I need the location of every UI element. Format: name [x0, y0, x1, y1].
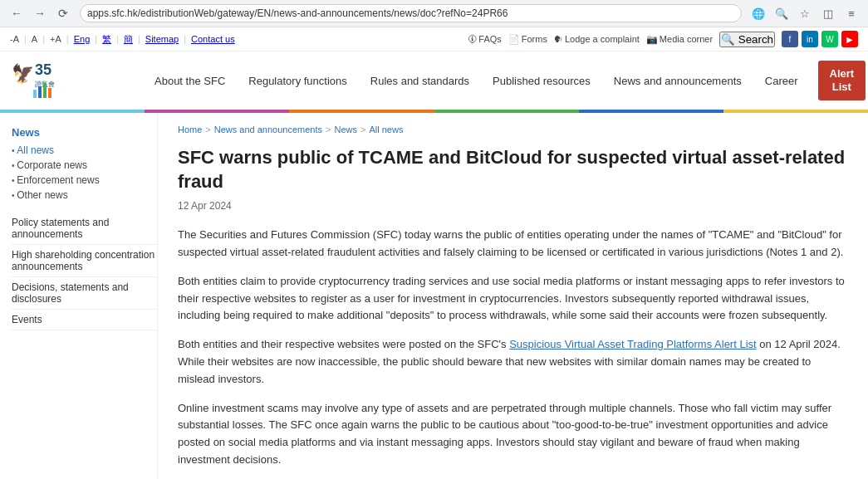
sfc-logo[interactable]: 🦅 35 證監會 [10, 56, 93, 105]
url-bar[interactable] [80, 4, 742, 22]
sidebar: News All news Corporate news Enforcement… [0, 113, 158, 479]
svg-rect-5 [43, 83, 47, 98]
article-body: The Securities and Futures Commission (S… [178, 227, 848, 479]
extensions-icon[interactable]: ◫ [818, 3, 838, 23]
article-title: SFC warns public of TCAME and BitCloud f… [178, 146, 848, 193]
media-corner-link[interactable]: 📷 Media corner [646, 34, 713, 45]
forms-icon: 📄 [508, 34, 520, 45]
browser-nav-buttons: ← → ⟳ [7, 3, 73, 23]
linkedin-icon[interactable]: in [802, 31, 818, 47]
complaint-icon: 🗣 [554, 34, 563, 44]
font-language-controls: -A | A | +A | Eng | 繁 | 簡 | Sitemap | Co… [10, 33, 235, 46]
zoom-icon[interactable]: 🔍 [772, 3, 792, 23]
main-navigation: About the SFC Regulatory functions Rules… [126, 65, 810, 97]
search-button[interactable]: 🔍 Search [719, 32, 775, 47]
lang-simplified[interactable]: 簡 [124, 33, 133, 46]
font-decrease[interactable]: -A [10, 34, 19, 44]
article-paragraph-1: The Securities and Futures Commission (S… [178, 227, 848, 261]
sidebar-item-corporate-news[interactable]: Corporate news [12, 159, 157, 171]
breadcrumb-news-announcements[interactable]: News and announcements [214, 125, 322, 134]
lodge-complaint-link[interactable]: 🗣 Lodge a complaint [554, 34, 640, 44]
breadcrumb-news[interactable]: News [334, 125, 357, 134]
lang-eng[interactable]: Eng [74, 34, 91, 44]
nav-regulatory[interactable]: Regulatory functions [237, 65, 359, 97]
page-layout: News All news Corporate news Enforcement… [0, 113, 868, 479]
facebook-icon[interactable]: f [782, 31, 798, 47]
sidebar-item-enforcement-news[interactable]: Enforcement news [12, 174, 157, 186]
lang-traditional[interactable]: 繁 [102, 33, 111, 46]
address-bar: ← → ⟳ 🌐 🔍 ☆ ◫ ≡ [0, 0, 868, 27]
translate-icon[interactable]: 🌐 [748, 3, 768, 23]
nav-news[interactable]: News and announcements [602, 65, 753, 97]
main-content: Home > News and announcements > News > A… [158, 113, 868, 479]
sidebar-shareholding-link[interactable]: High shareholding concentration announce… [12, 245, 157, 277]
svg-rect-6 [48, 88, 51, 98]
alert-list-button[interactable]: AlertList [818, 61, 866, 100]
nav-career[interactable]: Career [753, 65, 810, 97]
nav-rules[interactable]: Rules and standards [359, 65, 481, 97]
bookmark-icon[interactable]: ☆ [795, 3, 815, 23]
alert-list-link[interactable]: Suspicious Virtual Asset Trading Platfor… [509, 338, 756, 350]
logo-area: 🦅 35 證監會 [10, 56, 126, 105]
nav-about[interactable]: About the SFC [143, 65, 237, 97]
sidebar-news-links: All news Corporate news Enforcement news… [12, 144, 157, 201]
site-header: 🦅 35 證監會 About the SFC Regulatory functi… [0, 51, 868, 110]
social-icons: f in W ▶ [782, 31, 858, 47]
article-date: 12 Apr 2024 [178, 200, 848, 212]
nav-published[interactable]: Published resources [481, 65, 602, 97]
search-icon: 🔍 [721, 33, 735, 46]
top-utility-bar: -A | A | +A | Eng | 繁 | 簡 | Sitemap | Co… [0, 27, 868, 51]
youtube-icon[interactable]: ▶ [841, 31, 858, 47]
svg-rect-4 [38, 86, 42, 98]
back-button[interactable]: ← [7, 3, 27, 23]
font-normal[interactable]: A [32, 34, 37, 44]
reload-button[interactable]: ⟳ [53, 3, 73, 23]
top-right-links: 🛈 FAQs 📄 Forms 🗣 Lodge a complaint 📷 Med… [468, 31, 858, 47]
breadcrumb-all-news[interactable]: All news [369, 125, 403, 134]
wechat-icon[interactable]: W [821, 31, 838, 47]
sidebar-item-other-news[interactable]: Other news [12, 188, 157, 201]
svg-rect-3 [33, 90, 37, 98]
svg-text:35: 35 [35, 61, 51, 78]
contact-us-link[interactable]: Contact us [191, 34, 235, 44]
font-increase[interactable]: +A [50, 34, 61, 44]
media-icon: 📷 [646, 34, 658, 45]
menu-icon[interactable]: ≡ [841, 3, 861, 23]
sidebar-decisions-link[interactable]: Decisions, statements and disclosures [12, 277, 157, 310]
article-paragraph-3: Both entities and their respective websi… [178, 336, 848, 388]
svg-text:🦅: 🦅 [12, 62, 35, 85]
sidebar-section-title: News [12, 126, 157, 139]
browser-toolbar-icons: 🌐 🔍 ☆ ◫ ≡ [748, 3, 861, 23]
sidebar-events-link[interactable]: Events [12, 310, 157, 330]
breadcrumb: Home > News and announcements > News > A… [178, 125, 848, 134]
sidebar-policy-link[interactable]: Policy statements and announcements [12, 213, 157, 245]
forms-link[interactable]: 📄 Forms [508, 34, 547, 45]
sidebar-item-all-news[interactable]: All news [12, 144, 157, 156]
faqs-link[interactable]: 🛈 FAQs [468, 34, 502, 44]
faqs-icon: 🛈 [468, 34, 477, 44]
article-paragraph-2: Both entities claim to provide cryptocur… [178, 273, 848, 325]
article-paragraph-4: Online investment scams may involve any … [178, 400, 848, 469]
sitemap-link[interactable]: Sitemap [145, 34, 179, 44]
forward-button[interactable]: → [30, 3, 50, 23]
breadcrumb-home[interactable]: Home [178, 125, 202, 134]
